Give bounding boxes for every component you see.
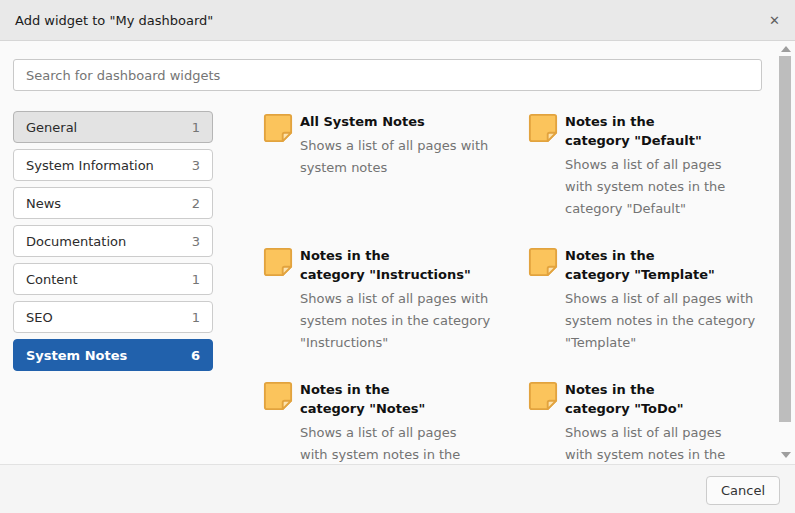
modal-body: General 1 System Information 3 News 2 Do…: [0, 42, 768, 464]
category-label: Documentation: [26, 234, 126, 249]
scrollbar-thumb[interactable]: [779, 56, 791, 422]
close-icon[interactable]: ✕: [769, 14, 780, 27]
category-label: Content: [26, 272, 78, 287]
sticky-note-icon: [528, 113, 558, 143]
widget-grid: All System Notes Shows a list of all pag…: [263, 111, 768, 464]
category-system-notes[interactable]: System Notes 6: [13, 339, 213, 371]
widget-description: Shows a list of all pages with system no…: [300, 422, 460, 464]
category-label: News: [26, 196, 61, 211]
category-count: 3: [192, 158, 200, 173]
category-seo[interactable]: SEO 1: [13, 301, 213, 333]
category-count: 1: [192, 120, 200, 135]
modal-footer: Cancel: [0, 464, 795, 513]
sticky-note-icon: [528, 381, 558, 411]
widget-title: Notes in the category "Notes": [300, 379, 460, 418]
category-label: System Information: [26, 158, 154, 173]
widget-description: Shows a list of all pages with system no…: [300, 288, 490, 354]
widget-description: Shows a list of all pages with system no…: [565, 154, 725, 220]
sticky-note-icon: [263, 113, 293, 143]
category-label: System Notes: [26, 348, 127, 363]
category-label: SEO: [26, 310, 53, 325]
category-content[interactable]: Content 1: [13, 263, 213, 295]
widget-title: Notes in the category "Instructions": [300, 245, 490, 284]
category-count: 1: [192, 310, 200, 325]
category-sidebar: General 1 System Information 3 News 2 Do…: [13, 111, 213, 464]
modal-title: Add widget to "My dashboard": [15, 13, 213, 28]
category-documentation[interactable]: Documentation 3: [13, 225, 213, 257]
widget-notes-todo[interactable]: Notes in the category "ToDo" Shows a lis…: [528, 379, 768, 464]
category-count: 2: [192, 196, 200, 211]
category-label: General: [26, 120, 77, 135]
vertical-scrollbar[interactable]: [779, 42, 793, 464]
category-general[interactable]: General 1: [13, 111, 213, 143]
scroll-down-icon[interactable]: [781, 452, 791, 458]
widget-description: Shows a list of all pages with system no…: [300, 135, 488, 179]
widget-title: All System Notes: [300, 111, 488, 131]
widget-notes-instructions[interactable]: Notes in the category "Instructions" Sho…: [263, 245, 528, 354]
widget-title: Notes in the category "Template": [565, 245, 755, 284]
widget-title: Notes in the category "Default": [565, 111, 725, 150]
category-system-information[interactable]: System Information 3: [13, 149, 213, 181]
sticky-note-icon: [263, 247, 293, 277]
sticky-note-icon: [528, 247, 558, 277]
widget-description: Shows a list of all pages with system no…: [565, 288, 755, 354]
widget-description: Shows a list of all pages with system no…: [565, 422, 725, 464]
scroll-up-icon[interactable]: [781, 46, 791, 52]
add-widget-modal: Add widget to "My dashboard" ✕ General 1…: [0, 0, 795, 513]
widget-title: Notes in the category "ToDo": [565, 379, 725, 418]
modal-content: General 1 System Information 3 News 2 Do…: [13, 111, 768, 464]
widget-all-system-notes[interactable]: All System Notes Shows a list of all pag…: [263, 111, 528, 220]
modal-header: Add widget to "My dashboard" ✕: [0, 0, 795, 41]
sticky-note-icon: [263, 381, 293, 411]
widget-notes-notes[interactable]: Notes in the category "Notes" Shows a li…: [263, 379, 528, 464]
search-input[interactable]: [13, 59, 762, 91]
widget-notes-template[interactable]: Notes in the category "Template" Shows a…: [528, 245, 768, 354]
category-count: 3: [192, 234, 200, 249]
cancel-button[interactable]: Cancel: [706, 476, 780, 505]
category-count: 6: [191, 348, 200, 363]
category-news[interactable]: News 2: [13, 187, 213, 219]
category-count: 1: [192, 272, 200, 287]
widget-notes-default[interactable]: Notes in the category "Default" Shows a …: [528, 111, 768, 220]
